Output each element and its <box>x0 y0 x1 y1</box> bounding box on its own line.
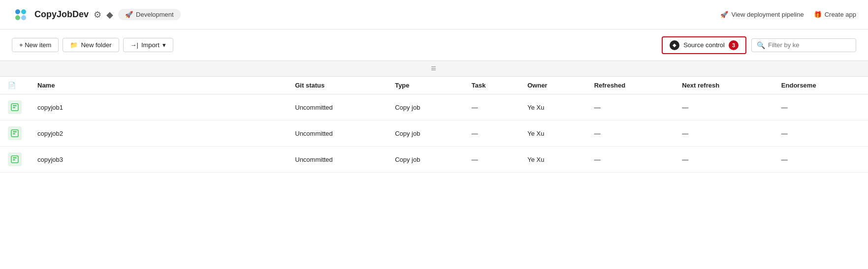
col-header-git-status: Git status <box>287 77 387 94</box>
app-logo <box>12 6 30 24</box>
row-refreshed: — <box>586 147 675 173</box>
create-app-btn[interactable]: 🎁 Create app <box>814 11 856 18</box>
table-body: copyjob1 Uncommitted Copy job — Ye Xu — … <box>0 94 868 173</box>
table-row: copyjob2 Uncommitted Copy job — Ye Xu — … <box>0 120 868 147</box>
view-deployment-btn[interactable]: 🚀 View deployment pipeline <box>720 11 804 18</box>
topbar-left: CopyJobDev ⚙ ◆ 🚀 Development <box>12 6 181 24</box>
file-icon: 📄 <box>8 82 16 89</box>
source-control-button[interactable]: ◆ Source control 3 <box>662 36 746 54</box>
filter-input[interactable] <box>768 41 851 49</box>
row-endorsement: — <box>773 120 868 147</box>
row-type: Copy job <box>387 120 464 147</box>
row-refreshed: — <box>586 94 675 120</box>
row-next-refresh: — <box>674 147 773 173</box>
divider-handle[interactable]: ≡ <box>431 63 437 74</box>
toolbar-left: + New item 📁 New folder →| Import ▾ <box>12 38 173 52</box>
svg-rect-6 <box>13 105 17 106</box>
svg-rect-10 <box>13 133 15 134</box>
svg-rect-12 <box>13 157 17 158</box>
divider-row: ≡ <box>0 61 868 77</box>
toolbar: + New item 📁 New folder →| Import ▾ ◆ So… <box>0 30 868 61</box>
col-header-icon: 📄 <box>0 77 30 94</box>
col-header-name: Name <box>30 77 287 94</box>
row-git-status: Uncommitted <box>287 94 387 120</box>
svg-rect-7 <box>13 107 15 108</box>
col-header-owner: Owner <box>519 77 586 94</box>
new-item-button[interactable]: + New item <box>12 38 59 52</box>
gift-icon: 🎁 <box>814 11 822 18</box>
copy-job-icon <box>8 126 22 140</box>
svg-rect-13 <box>13 159 15 160</box>
table-row: copyjob3 Uncommitted Copy job — Ye Xu — … <box>0 147 868 173</box>
chevron-down-icon: ▾ <box>162 41 166 49</box>
toolbar-right: ◆ Source control 3 🔍 <box>662 36 856 54</box>
rocket-icon: 🚀 <box>720 11 728 18</box>
diamond-icon[interactable]: ◆ <box>106 9 113 20</box>
row-git-status: Uncommitted <box>287 147 387 173</box>
row-next-refresh: — <box>674 120 773 147</box>
import-button[interactable]: →| Import ▾ <box>123 38 173 52</box>
row-owner: Ye Xu <box>519 120 586 147</box>
row-name: copyjob1 <box>30 94 287 120</box>
env-label: Development <box>136 11 174 18</box>
git-icon: ◆ <box>670 40 679 50</box>
row-type: Copy job <box>387 94 464 120</box>
table-header: 📄 Name Git status Type Task Owner Refres… <box>0 77 868 94</box>
col-header-endorsement: Endorseme <box>773 77 868 94</box>
row-icon-cell <box>0 147 30 173</box>
data-table: 📄 Name Git status Type Task Owner Refres… <box>0 77 868 173</box>
row-refreshed: — <box>586 120 675 147</box>
row-task: — <box>464 147 519 173</box>
row-type: Copy job <box>387 147 464 173</box>
svg-rect-9 <box>13 131 17 132</box>
row-task: — <box>464 120 519 147</box>
app-name: CopyJobDev <box>34 9 89 20</box>
topbar-right: 🚀 View deployment pipeline 🎁 Create app <box>720 11 856 18</box>
copy-job-icon <box>8 152 22 166</box>
row-name: copyjob2 <box>30 120 287 147</box>
row-icon-cell <box>0 94 30 120</box>
col-header-task: Task <box>464 77 519 94</box>
row-icon-cell <box>0 120 30 147</box>
filter-input-wrap[interactable]: 🔍 <box>751 38 856 52</box>
copy-job-icon <box>8 100 22 114</box>
table-row: copyjob1 Uncommitted Copy job — Ye Xu — … <box>0 94 868 120</box>
row-next-refresh: — <box>674 94 773 120</box>
col-header-refreshed: Refreshed <box>586 77 675 94</box>
row-endorsement: — <box>773 94 868 120</box>
search-icon: 🔍 <box>757 41 765 49</box>
row-name: copyjob3 <box>30 147 287 173</box>
row-endorsement: — <box>773 147 868 173</box>
row-task: — <box>464 94 519 120</box>
env-icon: 🚀 <box>125 11 133 18</box>
import-icon: →| <box>130 41 138 49</box>
svg-point-4 <box>19 13 23 17</box>
env-badge[interactable]: 🚀 Development <box>118 9 181 20</box>
folder-icon: 📁 <box>70 41 78 49</box>
settings-icon[interactable]: ⚙ <box>94 9 101 20</box>
col-header-next-refresh: Next refresh <box>674 77 773 94</box>
row-git-status: Uncommitted <box>287 120 387 147</box>
new-folder-button[interactable]: 📁 New folder <box>63 38 119 52</box>
topbar: CopyJobDev ⚙ ◆ 🚀 Development 🚀 View depl… <box>0 0 868 30</box>
col-header-type: Type <box>387 77 464 94</box>
row-owner: Ye Xu <box>519 147 586 173</box>
row-owner: Ye Xu <box>519 94 586 120</box>
source-control-badge: 3 <box>729 40 739 50</box>
